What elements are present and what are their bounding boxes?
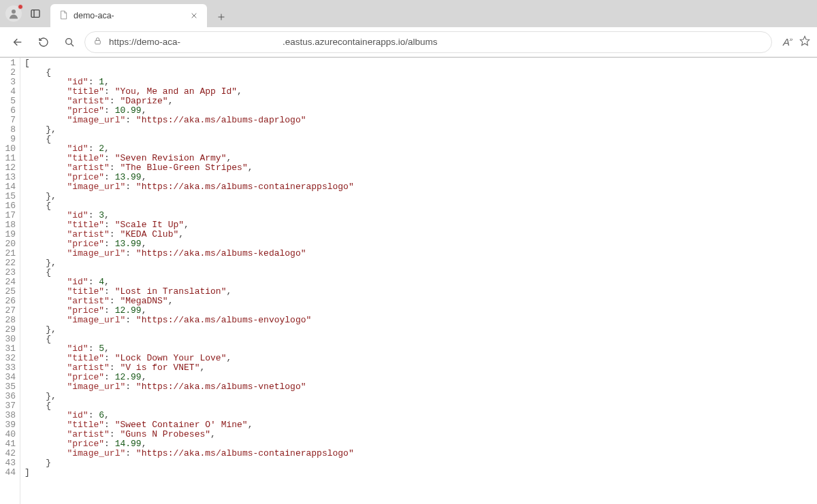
line-number: 13 <box>0 173 16 182</box>
code-line: { <box>25 401 354 411</box>
line-number: 39 <box>0 420 16 430</box>
code-line: }, <box>25 258 354 268</box>
line-number: 23 <box>0 268 16 278</box>
line-number: 7 <box>0 116 16 125</box>
site-info-icon[interactable] <box>93 37 102 48</box>
code-line: { <box>25 201 354 211</box>
code-line: "id": 2, <box>25 144 354 154</box>
line-number: 26 <box>0 297 16 306</box>
code-line: "image_url": "https://aka.ms/albums-keda… <box>25 249 354 258</box>
favorite-button[interactable] <box>799 35 810 48</box>
code-line: { <box>25 68 354 78</box>
line-number: 21 <box>0 249 16 258</box>
code-line: "image_url": "https://aka.ms/albums-cont… <box>25 449 354 458</box>
back-button[interactable] <box>7 31 29 53</box>
svg-rect-1 <box>31 10 39 18</box>
code-line: "id": 1, <box>25 78 354 87</box>
line-number: 8 <box>0 125 16 135</box>
code-line: "title": "Lost in Translation", <box>25 287 354 297</box>
code-line: ] <box>25 468 354 477</box>
line-number: 17 <box>0 211 16 220</box>
profile-icon[interactable] <box>5 5 22 22</box>
line-number: 2 <box>0 68 16 78</box>
browser-tab[interactable]: demo-aca- <box>50 4 207 27</box>
code-line: "image_url": "https://aka.ms/albums-vnet… <box>25 382 354 392</box>
line-number: 1 <box>0 58 16 68</box>
line-number: 36 <box>0 392 16 401</box>
code-line: "id": 5, <box>25 344 354 354</box>
code-line: "price": 12.99, <box>25 306 354 316</box>
line-number: 34 <box>0 373 16 382</box>
line-number: 42 <box>0 449 16 458</box>
code-line: "image_url": "https://aka.ms/albums-dapr… <box>25 116 354 125</box>
line-number: 22 <box>0 258 16 268</box>
line-number: 6 <box>0 106 16 116</box>
line-number: 32 <box>0 354 16 363</box>
line-number: 20 <box>0 239 16 249</box>
code-line: "price": 14.99, <box>25 439 354 449</box>
svg-point-0 <box>12 10 16 14</box>
code-line: }, <box>25 192 354 201</box>
line-number-gutter: 1234567891011121314151617181920212223242… <box>0 58 20 504</box>
url-right: .eastus.azurecontainerapps.io/albums <box>283 37 437 47</box>
line-number: 27 <box>0 306 16 316</box>
line-number: 4 <box>0 87 16 97</box>
code-line: "id": 6, <box>25 411 354 420</box>
code-line: { <box>25 335 354 344</box>
line-number: 31 <box>0 344 16 354</box>
code-line: "title": "You, Me and an App Id", <box>25 87 354 97</box>
url-text: https://demo-aca- .eastus.azurecontainer… <box>109 37 437 47</box>
code-line: "title": "Lock Down Your Love", <box>25 354 354 363</box>
read-aloud-icon[interactable]: A» <box>783 36 792 48</box>
code-line: }, <box>25 325 354 335</box>
address-bar[interactable]: https://demo-aca- .eastus.azurecontainer… <box>84 31 772 53</box>
line-number: 15 <box>0 192 16 201</box>
code-line: "artist": "Daprize", <box>25 97 354 106</box>
line-number: 24 <box>0 278 16 287</box>
line-number: 10 <box>0 144 16 154</box>
line-number: 3 <box>0 78 16 87</box>
search-button[interactable] <box>59 31 80 53</box>
tab-close-button[interactable] <box>188 10 200 22</box>
new-tab-button[interactable] <box>211 7 231 27</box>
line-number: 33 <box>0 363 16 373</box>
code-line: "artist": "KEDA Club", <box>25 230 354 239</box>
line-number: 25 <box>0 287 16 297</box>
url-left: https://demo-aca- <box>109 37 180 47</box>
svg-point-8 <box>66 38 72 44</box>
line-number: 37 <box>0 401 16 411</box>
code-line: "id": 4, <box>25 278 354 287</box>
line-number: 12 <box>0 163 16 173</box>
browser-chrome: demo-aca- https://demo-aca- .eastus <box>0 0 817 58</box>
code-line: "title": "Seven Revision Army", <box>25 154 354 163</box>
code-line: [ <box>25 58 354 68</box>
line-number: 9 <box>0 135 16 144</box>
svg-line-9 <box>71 44 74 46</box>
page-content: 1234567891011121314151617181920212223242… <box>0 58 817 504</box>
code-line: "image_url": "https://aka.ms/albums-cont… <box>25 182 354 192</box>
line-number: 41 <box>0 439 16 449</box>
browser-toolbar: https://demo-aca- .eastus.azurecontainer… <box>0 27 817 57</box>
code-line: }, <box>25 392 354 401</box>
refresh-button[interactable] <box>33 31 54 53</box>
code-line: "title": "Scale It Up", <box>25 220 354 230</box>
tab-strip: demo-aca- <box>0 0 817 27</box>
code-line: "artist": "Guns N Probeses", <box>25 430 354 439</box>
line-number: 28 <box>0 316 16 325</box>
svg-marker-11 <box>800 36 809 45</box>
code-line: "image_url": "https://aka.ms/albums-envo… <box>25 316 354 325</box>
code-line: "price": 10.99, <box>25 106 354 116</box>
line-number: 14 <box>0 182 16 192</box>
tab-title: demo-aca- <box>74 11 114 20</box>
line-number: 30 <box>0 335 16 344</box>
tab-actions-icon[interactable] <box>26 4 45 23</box>
line-number: 43 <box>0 458 16 468</box>
code-line: "artist": "MegaDNS", <box>25 297 354 306</box>
code-line: { <box>25 268 354 278</box>
code-line: "price": 13.99, <box>25 239 354 249</box>
code-line: } <box>25 458 354 468</box>
line-number: 16 <box>0 201 16 211</box>
line-number: 29 <box>0 325 16 335</box>
page-icon <box>59 10 68 22</box>
line-number: 38 <box>0 411 16 420</box>
